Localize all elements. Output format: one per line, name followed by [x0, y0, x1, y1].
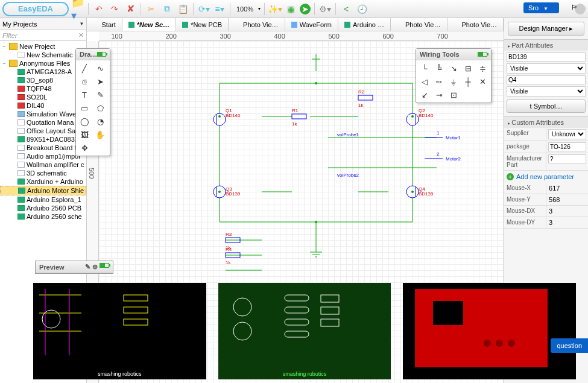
tree-item[interactable]: 3D_sop8 — [0, 76, 86, 84]
tree-item[interactable]: Wallman amplifier c — [0, 160, 86, 169]
image-tool-icon[interactable]: 🖼 — [78, 128, 91, 141]
tree-item[interactable]: Office Layout Sa — [0, 127, 86, 135]
tree-item[interactable]: SO20L — [0, 93, 86, 101]
tree-item[interactable]: TQFP48 — [0, 84, 86, 93]
svg-text:BD140: BD140 — [419, 113, 434, 118]
visibility-select-1[interactable]: Visible — [507, 63, 586, 74]
tree-item[interactable]: Arduibo 2560 PCB — [0, 204, 86, 212]
part-name-input[interactable] — [507, 52, 586, 62]
tree-item[interactable]: Audio amp1(impor — [0, 152, 86, 160]
bezier-tool-icon[interactable]: ∿ — [93, 62, 107, 74]
history-icon[interactable]: 🕘 — [355, 2, 368, 16]
pin-tool-icon[interactable]: ⊸ — [432, 89, 446, 101]
line-tool-icon[interactable]: ╱ — [78, 62, 91, 74]
rotate-icon[interactable]: ⟳▾ — [197, 2, 210, 16]
svg-text:Motor1: Motor1 — [446, 135, 461, 141]
filter-row[interactable]: Filter✕ — [0, 30, 86, 41]
tree-item[interactable]: Breakout Board for — [0, 144, 86, 152]
logo[interactable]: EasyEDA — [2, 2, 69, 16]
pencil-tool-icon[interactable]: ✎ — [93, 89, 107, 101]
tree-item[interactable]: Simulation Wave — [0, 110, 86, 118]
group-tool-icon[interactable]: ⊡ — [447, 89, 460, 101]
question-button[interactable]: question — [551, 338, 588, 353]
pan-tool-icon[interactable]: ✋ — [93, 128, 107, 141]
tree-item[interactable]: −Anonymous Files — [0, 59, 86, 68]
ellipse-tool-icon[interactable]: ◯ — [78, 115, 91, 127]
preview-panel[interactable]: Preview ✎ ⊕ — [35, 261, 113, 274]
tab[interactable]: *New PCB — [176, 18, 229, 31]
tree-item[interactable]: Arduino Esplora_1 — [0, 195, 86, 204]
zoom-value[interactable]: 100% — [234, 5, 256, 13]
user-menu[interactable]: Sro — [523, 2, 559, 13]
wand-icon[interactable]: ✨▾ — [268, 2, 282, 16]
port-tool-icon[interactable]: ◁ — [418, 75, 431, 87]
tab[interactable]: WaveForm — [285, 18, 338, 31]
part-attributes-header[interactable]: Part Attributes — [504, 40, 588, 51]
drawing-tools-palette[interactable]: Dra… ╱ ∿ ⟃ ➤ T ✎ ▭ ⬠ ◯ ◔ 🖼 ✋ ✥ — [75, 48, 110, 156]
polygon-tool-icon[interactable]: ⬠ — [93, 102, 107, 114]
redo-icon[interactable]: ↷ — [108, 2, 121, 16]
tree-item[interactable]: 3D schematic — [0, 169, 86, 177]
gnd-tool-icon[interactable]: ⏚ — [447, 75, 460, 87]
chip-icon[interactable]: ▦ — [284, 2, 297, 16]
tab[interactable]: Arduino … — [338, 18, 391, 31]
svg-rect-52 — [321, 307, 339, 314]
noconnect-tool-icon[interactable]: ✕ — [476, 75, 489, 87]
symbol-button[interactable]: t Symbol… — [507, 100, 586, 113]
tree-item[interactable]: ATMEGA128-A — [0, 68, 86, 76]
arc-tool-icon[interactable]: ⟃ — [78, 75, 91, 87]
move-tool-icon[interactable]: ✥ — [78, 142, 91, 154]
open-icon[interactable]: 📁▾ — [71, 2, 84, 16]
vcc-tool-icon[interactable]: vcc — [432, 75, 446, 87]
part-ref-input[interactable] — [507, 75, 586, 84]
tree-item[interactable]: Quotation Mana — [0, 118, 86, 127]
run-icon[interactable]: ➤ — [300, 4, 311, 14]
copy-icon[interactable]: ⧉ — [160, 2, 174, 16]
svg-rect-55 — [433, 301, 463, 325]
netflag-tool-icon[interactable]: ≑ — [476, 62, 489, 74]
pencil-icon[interactable]: ✎ — [85, 263, 90, 271]
visibility-select-2[interactable]: Visible — [507, 86, 586, 97]
align-icon[interactable]: ≡▾ — [213, 2, 226, 16]
svg-point-1 — [218, 115, 221, 118]
pie-tool-icon[interactable]: ◔ — [93, 115, 107, 127]
arrow-tool-icon[interactable]: ➤ — [93, 75, 107, 87]
tree-item[interactable]: New Schematic — [0, 51, 86, 59]
tree-item[interactable]: Xarduino + Arduino — [0, 177, 86, 186]
add-parameter-link[interactable]: Add new parameter — [504, 171, 588, 183]
tab[interactable]: Start — [87, 18, 122, 31]
wiring-tools-palette[interactable]: Wiring Tools └ ╚ ↘ ⊟ ≑ ◁ vcc ⏚ ┼ ✕ ↙ ⊸ ⊡ — [416, 48, 492, 103]
share-icon[interactable]: < — [340, 2, 353, 16]
undo-icon[interactable]: ↶ — [92, 2, 106, 16]
tree-item[interactable]: DIL40 — [0, 101, 86, 110]
flag-icon[interactable]: 🏳 — [571, 4, 583, 13]
thumbnail-2[interactable]: smashing robotics — [218, 283, 391, 379]
probe-tool-icon[interactable]: ↙ — [418, 89, 431, 101]
tab[interactable]: Photo Vie… — [447, 18, 504, 31]
tree-item[interactable]: −New Project — [0, 42, 86, 51]
design-manager-button[interactable]: Design Manager ▸ — [508, 22, 584, 36]
svg-text:1k: 1k — [226, 260, 231, 265]
tab[interactable]: Photo Vie… — [391, 18, 447, 31]
wire-tool-icon[interactable]: └ — [418, 62, 431, 74]
bus-tool-icon[interactable]: ╚ — [432, 62, 446, 74]
tree-item[interactable]: Arduino Motor Shie — [0, 186, 86, 195]
paste-icon[interactable]: 📋 — [176, 2, 189, 16]
cut-icon[interactable]: ✂ — [145, 2, 158, 16]
junction-tool-icon[interactable]: ┼ — [461, 75, 475, 87]
delete-icon[interactable]: ✘ — [124, 2, 137, 16]
svg-text:volProbe1: volProbe1 — [337, 132, 359, 138]
busentry-tool-icon[interactable]: ↘ — [447, 62, 460, 74]
rect-tool-icon[interactable]: ▭ — [78, 102, 91, 114]
tree-item[interactable]: 89X51+DAC0832(I — [0, 135, 86, 144]
tree-item[interactable]: Arduino 2560 sche — [0, 212, 86, 221]
add-icon[interactable]: ⊕ — [92, 263, 98, 271]
custom-attributes-header[interactable]: Custom Attributes — [504, 117, 588, 128]
text-tool-icon[interactable]: T — [78, 89, 91, 101]
settings-icon[interactable]: ⚙▾ — [318, 2, 332, 16]
tab[interactable]: Photo Vie… — [229, 18, 285, 31]
thumbnail-3[interactable] — [403, 283, 576, 379]
tab[interactable]: *New Sc… — [122, 18, 176, 31]
netlabel-tool-icon[interactable]: ⊟ — [461, 62, 475, 74]
thumbnail-1[interactable]: smashing robotics — [33, 283, 206, 379]
